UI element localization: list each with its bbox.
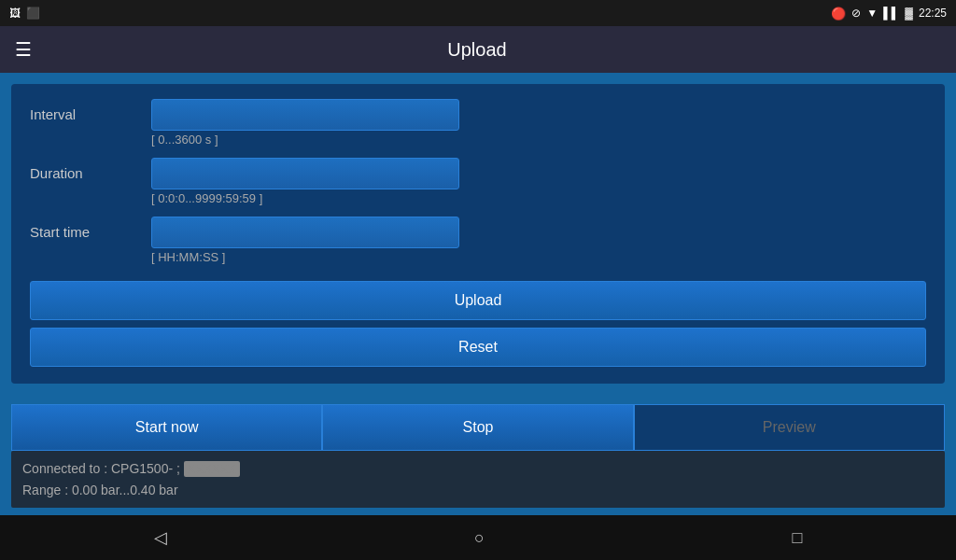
menu-button[interactable]: ☰ [15,38,32,61]
status-bar-left: 🖼 ⬛ [9,7,40,20]
upload-button[interactable]: Upload [30,281,926,320]
start-time-row: Start time [ HH:MM:SS ] [30,217,926,272]
settings-card: Interval [ 0...3600 s ] Duration [ 0:0:0… [11,84,945,384]
status-info-section: Connected to : CPG1500- ; XXXXXX Range :… [11,451,945,508]
status-bar: 🖼 ⬛ 🔴 ⊘ ▼ ▌▌ ▓ 22:25 [0,0,956,26]
start-time-label: Start time [30,217,151,240]
start-time-hint: [ HH:MM:SS ] [151,250,926,264]
body-area: Interval [ 0...3600 s ] Duration [ 0:0:0… [0,73,956,515]
home-button[interactable]: ○ [474,528,485,548]
android-nav-bar: ◁ ○ □ [0,515,956,560]
duration-input[interactable] [151,158,459,189]
notification-icon-2: ⬛ [26,7,40,20]
preview-button: Preview [634,404,945,451]
page-title: Upload [47,39,907,61]
stop-button[interactable]: Stop [322,404,633,451]
status-text: Connected to : CPG1500- ; XXXXXX Range :… [22,458,934,500]
signal-bars-icon: ▌▌ [883,7,899,20]
duration-row: Duration [ 0:0:0...9999:59:59 ] [30,158,926,213]
recent-apps-button[interactable]: □ [792,528,802,548]
interval-label: Interval [30,99,151,122]
interval-row: Interval [ 0...3600 s ] [30,99,926,154]
notification-icon-1: 🖼 [9,7,21,20]
wifi-icon: ▼ [866,7,878,20]
interval-hint: [ 0...3600 s ] [151,133,926,147]
duration-label: Duration [30,158,151,181]
time-display: 22:25 [919,7,947,20]
upload-row: Upload Reset [30,281,926,374]
card-area: Interval [ 0...3600 s ] Duration [ 0:0:0… [0,73,956,404]
interval-field-right: [ 0...3600 s ] [151,99,926,154]
bluetooth-icon: 🔴 [831,7,846,21]
range-line: Range : 0.00 bar...0.40 bar [22,483,178,497]
connected-line: Connected to : CPG1500- ; XXXXXX [22,461,240,476]
interval-input[interactable] [151,99,459,131]
status-bar-right: 🔴 ⊘ ▼ ▌▌ ▓ 22:25 [831,7,947,21]
duration-hint: [ 0:0:0...9999:59:59 ] [151,191,926,205]
battery-icon: ▓ [905,7,913,20]
reset-button[interactable]: Reset [30,328,926,367]
start-time-input[interactable] [151,217,459,248]
start-now-button[interactable]: Start now [11,404,322,451]
start-time-field-right: [ HH:MM:SS ] [151,217,926,272]
back-button[interactable]: ◁ [154,527,167,548]
bottom-section: Start now Stop Preview [0,404,956,451]
top-bar: ☰ Upload [0,26,956,73]
action-buttons: Start now Stop Preview [11,404,945,451]
no-signal-icon: ⊘ [851,7,861,20]
connected-label: Connected to : CPG1500- ; [22,461,180,476]
device-id: XXXXXX [184,461,240,477]
duration-field-right: [ 0:0:0...9999:59:59 ] [151,158,926,213]
